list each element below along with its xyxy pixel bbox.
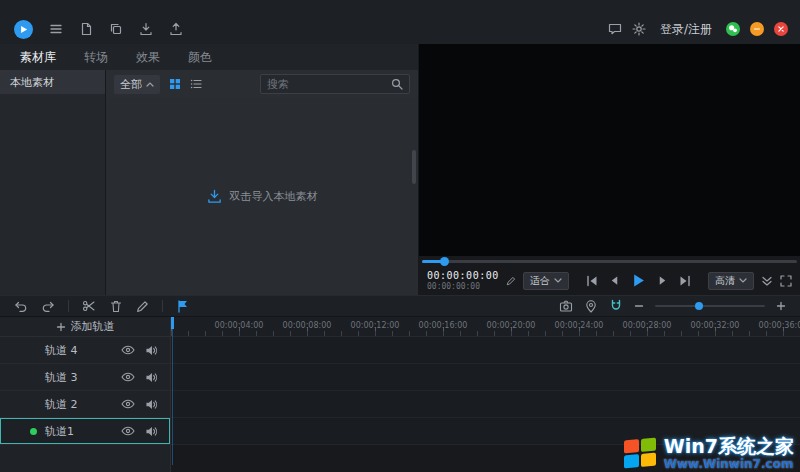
timeline-lane[interactable]: [171, 391, 800, 418]
filter-dropdown-label: 全部: [120, 77, 142, 92]
search-input[interactable]: [267, 78, 387, 90]
speaker-icon[interactable]: [145, 371, 158, 383]
tab-colors[interactable]: 颜色: [188, 49, 212, 66]
video-editor-window: 登录/注册 素材库 转场 效果 颜色 本地素材 全部: [0, 0, 800, 472]
timecode-current: 00:00:00:00: [427, 270, 499, 282]
track-active-dot: [30, 428, 37, 435]
ruler-label: 00:00:20:00: [487, 321, 536, 330]
chevron-down-icon: [739, 278, 747, 283]
cut-icon[interactable]: [82, 299, 96, 313]
list-view-icon[interactable]: [190, 78, 202, 90]
titlebar-file-actions: [79, 22, 183, 36]
timeline-toolbar-right: [559, 299, 786, 313]
play-icon[interactable]: [631, 273, 646, 288]
minimize-button[interactable]: [750, 22, 764, 36]
media-scrollbar[interactable]: [412, 150, 416, 184]
search-icon[interactable]: [391, 78, 403, 90]
toolbar-divider: [162, 300, 163, 312]
titlebar-right: 登录/注册: [608, 21, 788, 38]
redo-icon[interactable]: [41, 299, 55, 313]
quality-label: 高清: [715, 274, 735, 288]
tab-transitions[interactable]: 转场: [84, 49, 108, 66]
timeline-lane[interactable]: [171, 364, 800, 391]
speaker-icon[interactable]: [145, 344, 158, 356]
eye-icon[interactable]: [121, 425, 135, 437]
skip-start-icon[interactable]: [586, 275, 598, 287]
grid-view-icon[interactable]: [169, 78, 181, 90]
media-dropzone[interactable]: 双击导入本地素材: [106, 98, 418, 295]
eye-icon[interactable]: [121, 371, 135, 383]
tab-effects[interactable]: 效果: [136, 49, 160, 66]
step-back-icon[interactable]: [609, 275, 620, 286]
collapse-icon[interactable]: [761, 275, 773, 287]
playhead[interactable]: [171, 317, 174, 329]
wechat-icon[interactable]: [726, 22, 740, 36]
zoom-in-icon[interactable]: [776, 301, 786, 311]
tab-material-library[interactable]: 素材库: [20, 49, 56, 66]
track-row-selected[interactable]: 轨道1: [0, 418, 170, 445]
titlebar: 登录/注册: [0, 0, 800, 44]
new-project-icon[interactable]: [79, 22, 93, 36]
login-register-link[interactable]: 登录/注册: [660, 21, 712, 38]
zoom-slider-handle[interactable]: [695, 302, 703, 310]
feedback-icon[interactable]: [608, 22, 622, 36]
track-row-icons: [121, 425, 158, 437]
snapshot-icon[interactable]: [559, 299, 573, 313]
eye-icon[interactable]: [121, 398, 135, 410]
filter-dropdown[interactable]: 全部: [114, 75, 160, 94]
ruler-label: 00:00:24:00: [555, 321, 604, 330]
search-box: [260, 74, 410, 94]
step-forward-icon[interactable]: [657, 275, 668, 286]
menu-icon[interactable]: [49, 22, 63, 36]
ruler-label: 00:00:28:00: [623, 321, 672, 330]
project-copy-icon[interactable]: [109, 22, 123, 36]
track-row-icons: [121, 398, 158, 410]
track-row[interactable]: 轨道 2: [0, 391, 170, 418]
eye-icon[interactable]: [121, 344, 135, 356]
marker-icon[interactable]: [176, 299, 190, 313]
timeline-ruler[interactable]: 00:00:04:00 00:00:08:00 00:00:12:00 00:0…: [171, 317, 800, 337]
fit-zoom-dropdown[interactable]: 适合: [523, 272, 569, 290]
undo-icon[interactable]: [14, 299, 28, 313]
timecode-display[interactable]: 00:00:00:00 00:00:00:00: [427, 270, 499, 291]
plus-icon: [56, 322, 66, 332]
track-name: 轨道 4: [45, 343, 78, 358]
seek-track[interactable]: [422, 260, 797, 263]
library-tabs: 素材库 转场 效果 颜色: [0, 44, 418, 70]
settings-gear-icon[interactable]: [632, 22, 646, 36]
track-row[interactable]: 轨道 4: [0, 337, 170, 364]
ruler-label: 00:00:16:00: [419, 321, 468, 330]
magnet-icon[interactable]: [609, 299, 623, 313]
timeline-lane[interactable]: [171, 337, 800, 364]
fullscreen-icon[interactable]: [780, 275, 792, 287]
download-icon: [207, 189, 222, 204]
close-button[interactable]: [774, 22, 788, 36]
timeline-lane[interactable]: [171, 418, 800, 445]
skip-end-icon[interactable]: [679, 275, 691, 287]
preview-seekbar[interactable]: [419, 256, 800, 266]
track-row[interactable]: 轨道 3: [0, 364, 170, 391]
track-headers: 添加轨道 轨道 4 轨道 3: [0, 317, 170, 472]
timeline-lanes: 00:00:04:00 00:00:08:00 00:00:12:00 00:0…: [171, 317, 800, 472]
ruler-label: 00:00:04:00: [215, 321, 264, 330]
quality-dropdown[interactable]: 高清: [708, 272, 754, 290]
seek-handle[interactable]: [440, 257, 449, 266]
edit-timecode-icon[interactable]: [506, 276, 516, 286]
ruler-label: 00:00:08:00: [283, 321, 332, 330]
pin-icon[interactable]: [584, 299, 598, 313]
media-toolbar: 全部: [106, 70, 418, 98]
export-icon[interactable]: [169, 22, 183, 36]
category-local-media[interactable]: 本地素材: [0, 70, 105, 94]
zoom-out-icon[interactable]: [634, 301, 644, 311]
import-icon[interactable]: [139, 22, 153, 36]
chevron-up-icon: [146, 82, 154, 87]
edit-icon[interactable]: [136, 300, 149, 313]
speaker-icon[interactable]: [145, 398, 158, 410]
add-track-button[interactable]: 添加轨道: [0, 317, 170, 337]
zoom-slider[interactable]: [655, 305, 765, 307]
track-header-divider: [170, 317, 171, 472]
dropzone-hint-text: 双击导入本地素材: [230, 189, 318, 204]
speaker-icon[interactable]: [145, 425, 158, 437]
track-row-icons: [121, 371, 158, 383]
delete-icon[interactable]: [109, 299, 123, 313]
